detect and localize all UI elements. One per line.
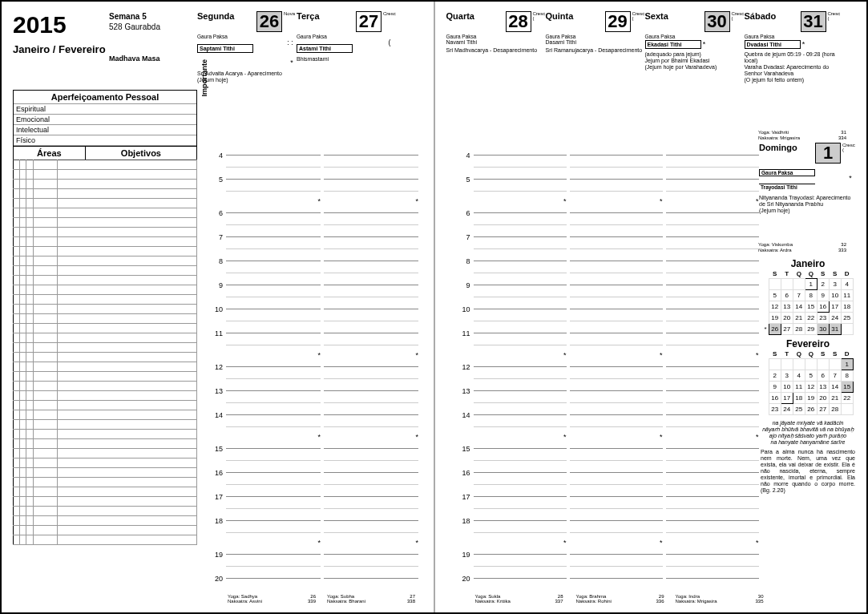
week-label: Semana 5 (109, 11, 197, 22)
pi-row: Intelectual (14, 125, 196, 135)
minical-feb: FevereiroSTQQSSD123456789101112131415161… (761, 338, 855, 415)
tithi: Astami Tithi (297, 44, 353, 53)
day-header-fri: Sexta30Cresc( Gaura Paksa Ekadasi Tithi*… (645, 11, 743, 83)
yoga-nak-mon: Yoga: Sadhya26 Naksatra: Asvini339 (228, 594, 316, 604)
weekday: Terça (297, 11, 356, 21)
quote: na jāyate mriyate vā kadācin nāyaṁ bhūtv… (761, 420, 855, 495)
pi-row: Físico (14, 135, 196, 146)
weekday: Segunda (197, 11, 256, 21)
masa: Madhava Masa (109, 55, 197, 64)
day-header-sat: Sábado31Cresc( Gaura Paksa Dvadasi Tithi… (745, 11, 839, 83)
right-page: Quarta28Cresc( Gaura Paksa Navami Tithi … (434, 2, 867, 612)
yoga-nak-fri: Yoga: Indra30 Naksatra: Mrigasira335 (676, 594, 764, 604)
areas-header: Áreas (14, 147, 86, 160)
yoga-nak-sat: Yoga: Vaidhriti31 Naksatra: Mrigasira334 (758, 130, 846, 140)
year: 2015 (13, 11, 109, 38)
right-header: Quarta28Cresc( Gaura Paksa Navami Tithi … (446, 11, 856, 83)
tithi: Saptami Tithi (197, 44, 253, 53)
yoga-nak-sun: Yoga: Viskumba32 Naksatra: Ardra333 (758, 242, 846, 252)
day-header-mon: Segunda 26 Nova Gaura Paksa Saptami Tith… (197, 11, 295, 83)
planner-spread: 2015 Janeiro / Fevereiro Semana 5 528 Ga… (0, 0, 868, 614)
left-header: 2015 Janeiro / Fevereiro Semana 5 528 Ga… (13, 11, 422, 83)
day-header-tue: Terça 27 Cresc Gaura Paksa Astami Tithi … (297, 11, 394, 83)
importante-label: Importante (200, 59, 208, 97)
ao-body (13, 160, 197, 545)
pi-title: Aperfeiçoamento Pessoal (14, 91, 196, 104)
left-page: 2015 Janeiro / Fevereiro Semana 5 528 Ga… (2, 2, 434, 612)
minical-jan: JaneiroSTQQSSD12345678910111213141516171… (761, 258, 855, 335)
minical-block: JaneiroSTQQSSD12345678910111213141516171… (761, 255, 855, 495)
gaurabda: 528 Gaurabda (109, 22, 197, 32)
yoga-nak-tue: Yoga: Subha27 Naksatra: Bharani338 (327, 594, 415, 604)
personal-improvement-box: Aperfeiçoamento Pessoal Espiritual Emoci… (13, 90, 197, 147)
objectives-header: Objetivos (85, 147, 196, 160)
yoga-nak-thu: Yoga: Brahma29 Naksatra: Rohini336 (576, 594, 664, 604)
hour-grid-left: 45**67891011**121314**15161718**1920 (212, 149, 420, 584)
day-header-sun: Domingo1Cresc( Gaura PaksaTrayodasi Tith… (759, 143, 854, 214)
day-events: Bhismastami (297, 56, 394, 63)
day-events: Sri Advaita Acarya - Aparecimento (Jejum… (197, 71, 295, 83)
day-number: 26 (256, 11, 282, 32)
pi-row: Emocional (14, 115, 196, 125)
day-number: 27 (356, 11, 382, 32)
yoga-nak-wed: Yoga: Sukla28 Naksatra: Krttika337 (475, 594, 563, 604)
day-header-thu: Quinta29Cresc( Gaura Paksa Dasami Tithi … (546, 11, 644, 83)
hour-grid-right: 45***67891011***121314***15161718***1920 (459, 149, 761, 584)
pi-row: Espiritual (14, 104, 196, 115)
day-header-wed: Quarta28Cresc( Gaura Paksa Navami Tithi … (446, 11, 544, 83)
months: Janeiro / Fevereiro (13, 43, 109, 55)
areas-objectives-table: ÁreasObjetivos (13, 146, 197, 160)
